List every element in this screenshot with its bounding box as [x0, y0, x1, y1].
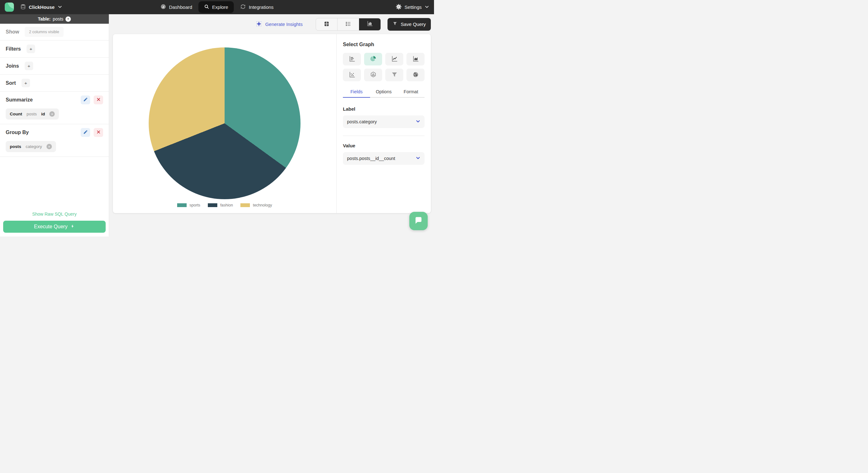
nav-label: Explore [212, 4, 228, 10]
pencil-icon [83, 97, 88, 103]
add-join-button[interactable]: + [25, 62, 33, 70]
table-header-prefix: Table: [38, 17, 51, 22]
save-query-button[interactable]: Save Query [388, 18, 431, 31]
delete-group-by-button[interactable] [94, 128, 103, 137]
joins-label: Joins [6, 63, 19, 69]
gauge-icon [160, 4, 166, 10]
chevron-down-icon [58, 4, 62, 10]
delete-summarize-button[interactable] [94, 95, 103, 104]
remove-group-by-chip-button[interactable]: ✕ [46, 144, 52, 149]
funnel-icon [393, 21, 398, 28]
panel-tabs: Fields Options Format [343, 89, 425, 98]
search-icon [204, 4, 209, 10]
chevron-down-icon [416, 156, 421, 161]
legend-item-sports: sports [177, 203, 200, 208]
chat-widget-button[interactable] [409, 212, 428, 230]
chip-column: id [41, 112, 45, 116]
save-query-label: Save Query [401, 22, 426, 27]
generate-insights-label: Generate Insights [265, 22, 302, 27]
panel-divider [343, 136, 425, 136]
app-root: ClickHouse Dashboard Explore Integration… [0, 0, 434, 236]
pencil-icon [83, 130, 88, 135]
graph-type-scatter-button[interactable] [343, 69, 361, 81]
bar-chart-icon [366, 20, 373, 28]
graph-type-line-button[interactable] [385, 53, 403, 65]
edit-summarize-button[interactable] [81, 95, 90, 104]
nav-label: Integrations [249, 4, 273, 10]
summarize-chip[interactable]: Count posts id ✕ [6, 108, 59, 120]
nav-integrations[interactable]: Integrations [238, 1, 275, 13]
lightning-bolt-icon [70, 224, 75, 230]
table-name: posts [53, 17, 63, 22]
remove-summarize-chip-button[interactable]: ✕ [49, 111, 55, 117]
list-icon [345, 21, 351, 28]
label-field-select[interactable]: posts.category [343, 116, 425, 128]
table-header: Table: posts ✕ [0, 14, 109, 24]
legend-item-fashion: fashion [208, 203, 233, 208]
radar-chart-icon [370, 71, 377, 79]
value-field-value: posts.posts__id__count [347, 156, 395, 161]
sparkle-icon [256, 21, 262, 28]
group-by-label: Group By [6, 130, 29, 135]
add-sort-button[interactable]: + [22, 79, 30, 87]
group-by-chip[interactable]: posts category ✕ [6, 141, 56, 152]
settings-menu[interactable]: Settings [396, 4, 429, 11]
remove-table-button[interactable]: ✕ [65, 17, 71, 22]
joins-section: Joins + [0, 58, 109, 74]
chat-bubble-icon [414, 216, 423, 226]
results-toolbar: Generate Insights Save Query [110, 14, 434, 34]
show-raw-sql-link[interactable]: Show Raw SQL Query [0, 212, 109, 217]
top-navigation-bar: ClickHouse Dashboard Explore Integration… [0, 0, 434, 14]
edit-group-by-button[interactable] [81, 128, 90, 137]
legend-swatch [208, 203, 217, 207]
execute-query-label: Execute Query [34, 224, 68, 229]
chart-area: sportsfashiontechnology [113, 34, 336, 213]
chip-table: posts [27, 112, 37, 116]
tab-format[interactable]: Format [397, 89, 425, 97]
graph-type-tiles [343, 53, 425, 81]
group-by-section: Group By posts category ✕ [0, 124, 109, 157]
x-icon [96, 97, 101, 102]
app-logo[interactable] [5, 3, 14, 12]
tab-fields[interactable]: Fields [343, 89, 370, 98]
add-filter-button[interactable]: + [27, 44, 35, 53]
label-field-value: posts.category [347, 119, 377, 124]
sort-label: Sort [6, 80, 16, 86]
funnel-chart-icon [391, 71, 398, 79]
brand-area: ClickHouse [5, 3, 62, 12]
sync-icon [240, 4, 246, 10]
nav-label: Dashboard [169, 4, 192, 10]
database-name: ClickHouse [29, 4, 55, 10]
list-view-button[interactable] [338, 18, 359, 30]
globe-icon [412, 71, 419, 79]
graph-type-pie-button[interactable] [364, 53, 382, 65]
filters-section: Filters + [0, 40, 109, 58]
chevron-down-icon [425, 4, 429, 10]
generate-insights-button[interactable]: Generate Insights [256, 21, 302, 28]
graph-type-area-button[interactable] [406, 53, 425, 65]
chart-view-button[interactable] [359, 18, 380, 30]
sort-section: Sort + [0, 74, 109, 92]
graph-type-bar-button[interactable] [343, 53, 361, 65]
chart-legend: sportsfashiontechnology [177, 203, 272, 208]
graph-type-radar-button[interactable] [364, 69, 382, 81]
nav-explore[interactable]: Explore [199, 1, 234, 13]
value-field-select[interactable]: posts.posts__id__count [343, 152, 425, 165]
database-selector[interactable]: ClickHouse [20, 4, 62, 10]
execute-query-button[interactable]: Execute Query [3, 221, 106, 233]
pie-chart-icon [369, 55, 377, 63]
label-field-title: Label [343, 106, 425, 112]
scatter-plot-icon [349, 71, 355, 79]
graph-type-map-button[interactable] [406, 69, 425, 81]
value-field-title: Value [343, 143, 425, 148]
graph-settings-panel: Select Graph Fields Options Format [336, 34, 431, 213]
x-icon [96, 130, 101, 135]
primary-nav: Dashboard Explore Integrations [158, 1, 276, 13]
table-view-button[interactable] [316, 18, 338, 30]
columns-visible-button[interactable]: 2 columns visible [25, 27, 64, 37]
tab-options[interactable]: Options [370, 89, 397, 97]
graph-type-funnel-button[interactable] [385, 69, 403, 81]
show-label: Show [6, 29, 19, 35]
line-chart-icon [391, 55, 398, 63]
nav-dashboard[interactable]: Dashboard [158, 1, 194, 13]
